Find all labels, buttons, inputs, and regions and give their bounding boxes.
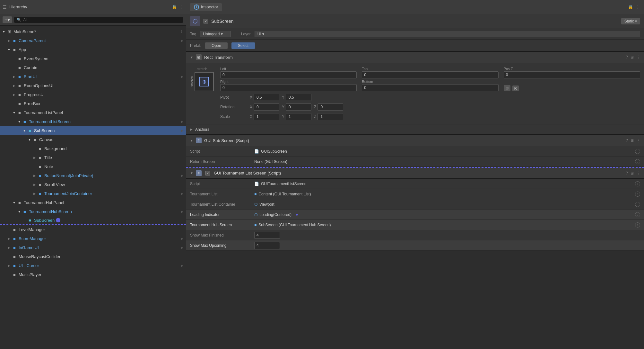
- cube-icon: ■: [12, 38, 17, 43]
- tree-item-scoremanager[interactable]: ▶ ■ ScoreManager ▶: [0, 234, 186, 243]
- target-icon[interactable]: ○: [635, 159, 640, 164]
- rot-y-input[interactable]: [286, 103, 311, 111]
- active-checkbox[interactable]: ✓: [204, 19, 208, 23]
- show-max-upcoming-input[interactable]: [254, 242, 280, 249]
- anchors-arrow[interactable]: ▶: [190, 128, 193, 131]
- more-icon[interactable]: ⋮: [636, 55, 640, 59]
- tree-item-startui[interactable]: ▶ ■ StartUI ▶: [0, 72, 186, 81]
- lock-icon[interactable]: 🔒: [172, 4, 177, 9]
- hamburger-icon[interactable]: ☰: [3, 4, 7, 10]
- tree-label: Background: [44, 146, 66, 151]
- help-icon[interactable]: ?: [626, 171, 628, 175]
- r-btn[interactable]: R: [512, 85, 519, 91]
- pivot-x-input[interactable]: [254, 94, 279, 101]
- tree-item-cameraparent[interactable]: ▶ ■ CameraParent ▶: [0, 36, 186, 45]
- loading-indicator-text: Loading(Centered): [259, 212, 292, 217]
- tree-item-tournamenthubscreen[interactable]: ▼ ■ TournamentHubScreen ▶: [0, 207, 186, 216]
- tree-item-roomoptionsui[interactable]: ▶ ■ RoomOptionsUI: [0, 81, 186, 90]
- bottom-input[interactable]: [362, 84, 498, 91]
- tournament-hub-screen-row: Tournament Hub Screen ■ SubScreen (GUI T…: [186, 220, 644, 230]
- tree-item-levelmanager[interactable]: ▶ ■ LevelManager: [0, 225, 186, 234]
- tournament-list-container-value: ⬡ Viewport ○: [254, 202, 640, 207]
- target-icon[interactable]: ○: [635, 181, 640, 186]
- scale-y-input[interactable]: [286, 113, 311, 120]
- tree-item-errorbox[interactable]: ▶ ■ ErrorBox: [0, 99, 186, 108]
- tree-item-canvas[interactable]: ▼ ■ Canvas: [0, 135, 186, 144]
- resize-btn[interactable]: ⊞: [504, 85, 510, 91]
- layer-dropdown[interactable]: UI ▾: [255, 31, 640, 37]
- arrow-icon: ▶: [6, 39, 12, 42]
- anchors-row: ▶ Anchors: [186, 124, 644, 135]
- tree-item-buttonnormal[interactable]: ▶ ■ ButtonNormal(JoinPrivate) ▶: [0, 171, 186, 180]
- static-button[interactable]: Static ▾: [621, 18, 640, 24]
- tree-item-app[interactable]: ▼ ■ App: [0, 45, 186, 54]
- right-input[interactable]: [220, 84, 357, 91]
- inspector-header-icons: 🔒 ⋮: [628, 4, 640, 10]
- top-field: Top: [362, 67, 498, 78]
- pivot-row: Pivot X Y: [220, 94, 640, 101]
- target-icon[interactable]: ○: [635, 192, 640, 197]
- cube-icon: ■: [12, 245, 17, 250]
- component-enabled-checkbox[interactable]: ✓: [205, 171, 210, 175]
- tree-item-ingameui[interactable]: ▶ ■ InGame UI ▶: [0, 243, 186, 252]
- target-icon[interactable]: ○: [635, 149, 640, 154]
- collapse-arrow[interactable]: ▼: [190, 139, 193, 142]
- tree-item-tournamenthubpanel[interactable]: ▼ ■ TournamentHubPanel: [0, 198, 186, 207]
- collapse-arrow[interactable]: ▼: [190, 171, 193, 175]
- help-icon[interactable]: ?: [626, 138, 628, 143]
- more-options-icon[interactable]: ⋮: [636, 4, 640, 10]
- arrow-icon: ▶: [12, 84, 17, 87]
- layout-icon[interactable]: ⊞: [631, 55, 634, 59]
- tree-item-title[interactable]: ▶ ■ Title: [0, 153, 186, 162]
- scale-x-input[interactable]: [254, 113, 279, 120]
- lock-icon[interactable]: 🔒: [628, 4, 633, 10]
- tree-item-uicursor[interactable]: ▶ ■ UI - Cursor ▶: [0, 261, 186, 270]
- rot-z-input[interactable]: [318, 103, 343, 111]
- tree-item-curtain[interactable]: ▶ ■ Curtain: [0, 63, 186, 72]
- rot-x-input[interactable]: [254, 103, 279, 111]
- add-button[interactable]: +▾: [3, 16, 12, 23]
- tree-item-note[interactable]: ▶ ■ Note: [0, 162, 186, 171]
- left-input[interactable]: [220, 71, 357, 78]
- tree-item-background[interactable]: ▶ ■ Background: [0, 144, 186, 153]
- more-icon[interactable]: ⋮: [180, 30, 183, 34]
- right-field: Right: [220, 80, 357, 91]
- tree-item-subscreen2[interactable]: ▶ ■ SubScreen: [0, 216, 186, 225]
- show-max-finished-input[interactable]: [254, 232, 280, 239]
- scale-z-input[interactable]: [318, 113, 343, 120]
- help-icon[interactable]: ?: [626, 55, 628, 59]
- tree-item-tournamentlistpanel[interactable]: ▼ ■ TournamentListPanel: [0, 108, 186, 117]
- target-icon[interactable]: ○: [635, 212, 640, 217]
- tree-item-musicplayer[interactable]: ▶ ■ MusicPlayer: [0, 270, 186, 279]
- more-icon[interactable]: ⋮: [179, 4, 183, 10]
- tree-item-progressui[interactable]: ▶ ■ ProgressUI: [0, 90, 186, 99]
- target-icon[interactable]: ○: [635, 222, 640, 228]
- collapse-arrow[interactable]: ▼: [190, 56, 193, 59]
- tree-item-subscreen[interactable]: ▼ ■ SubScreen ▶: [0, 126, 186, 135]
- tag-dropdown[interactable]: Untagged ▾: [200, 31, 231, 37]
- tree-item-scrollview[interactable]: ▶ ■ Scroll View: [0, 180, 186, 189]
- prefab-select-button[interactable]: Select: [231, 42, 255, 49]
- prefab-open-button[interactable]: Open: [205, 42, 227, 49]
- header-icons: 🔒 ⋮: [172, 4, 183, 10]
- inspector-tab[interactable]: i Inspector: [190, 3, 222, 11]
- tree-item-tournamentlistscreen[interactable]: ▼ ■ TournamentListScreen ▶: [0, 117, 186, 126]
- tree-item-mainscene[interactable]: ▼ ⊞ MainScene* ⋮: [0, 27, 186, 36]
- more-icon[interactable]: ⋮: [636, 138, 640, 143]
- tree-label: StartUI: [24, 74, 37, 79]
- posz-input[interactable]: [504, 71, 640, 78]
- top-input[interactable]: [362, 71, 498, 78]
- layout-icon[interactable]: ⊞: [631, 171, 634, 175]
- more-icon[interactable]: ⋮: [636, 171, 640, 175]
- layout-icon[interactable]: ⊞: [631, 138, 634, 143]
- pivot-y-input[interactable]: [286, 94, 311, 101]
- tree-item-tournamentjoincontainer[interactable]: ▶ ■ TournamentJoinContainer ▶: [0, 189, 186, 198]
- cube-icon: ■: [17, 200, 22, 205]
- tree-item-eventsystem[interactable]: ▶ ■ EventSystem: [0, 54, 186, 63]
- cube-icon: ■: [37, 182, 43, 187]
- tree-item-mouseraycast[interactable]: ▶ ■ MouseRaycastCollider: [0, 252, 186, 261]
- target-icon[interactable]: ○: [635, 202, 640, 207]
- cube-icon: ■: [17, 74, 22, 79]
- arrow-icon: ▼: [17, 120, 22, 123]
- cube-icon: ■: [12, 254, 17, 259]
